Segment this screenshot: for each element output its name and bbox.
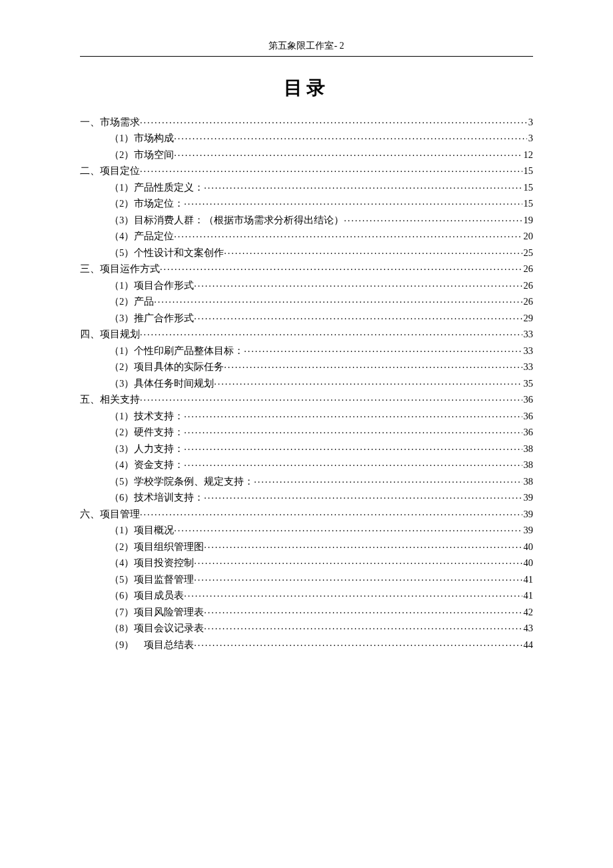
toc-entry-page: 3: [527, 117, 533, 127]
toc-entry-page: 42: [522, 607, 534, 617]
toc-entry-label: （2）市场空间: [109, 150, 174, 160]
toc-leader: [194, 638, 522, 648]
toc-entry: （3）目标消费人群：（根据市场需求分析得出结论）19: [80, 213, 533, 225]
toc-entry: （3）推广合作形式29: [80, 311, 533, 323]
toc-entry-label: （2）项目组织管理图: [109, 542, 204, 552]
toc-leader: [154, 295, 522, 305]
toc-entry-label: （7）项目风险管理表: [109, 607, 204, 617]
toc-entry: （4）产品定位20: [80, 230, 533, 241]
toc-leader: [204, 605, 522, 615]
toc-entry: 六、项目管理39: [80, 507, 533, 519]
toc-entry-page: 39: [522, 509, 534, 519]
toc-entry: （2）市场空间12: [80, 148, 533, 159]
toc-leader: [174, 148, 522, 158]
toc-entry-label: （9） 项目总结表: [109, 640, 194, 650]
toc-leader: [184, 426, 522, 436]
toc-entry: 二、项目定位15: [80, 165, 533, 176]
document-title: 目录: [80, 75, 533, 101]
toc-entry: （2）项目组织管理图40: [80, 540, 533, 551]
toc-entry-label: （6）项目成员表: [109, 591, 184, 601]
toc-entry-page: 15: [522, 166, 534, 176]
toc-entry-label: （2）硬件支持：: [109, 427, 184, 437]
toc-entry-label: （5）个性设计和文案创作: [109, 248, 224, 258]
toc-leader: [224, 361, 522, 371]
toc-entry-page: 26: [522, 297, 534, 307]
toc-entry-label: （1）项目合作形式: [109, 281, 194, 291]
toc-entry: （2）项目具体的实际任务33: [80, 361, 533, 372]
toc-entry: （2）市场定位：15: [80, 197, 533, 209]
toc-entry-page: 38: [522, 444, 534, 454]
toc-entry-page: 15: [522, 183, 534, 193]
toc-entry-label: （2）产品: [109, 297, 154, 307]
toc-entry-page: 39: [522, 525, 534, 535]
toc-leader: [140, 393, 522, 403]
toc-leader: [194, 557, 522, 567]
toc-entry-label: 二、项目定位: [80, 166, 140, 176]
toc-entry-page: 29: [522, 313, 534, 323]
toc-entry-label: （1）个性印刷产品整体目标：: [109, 346, 244, 356]
toc-entry: （5）个性设计和文案创作25: [80, 246, 533, 257]
toc-leader: [204, 181, 522, 191]
toc-entry-label: （3）目标消费人群：（根据市场需求分析得出结论）: [109, 215, 344, 225]
toc-entry-label: （3）推广合作形式: [109, 313, 194, 323]
toc-entry: （1）项目概况39: [80, 524, 533, 535]
toc-entry: （4）资金支持：38: [80, 459, 533, 470]
toc-entry: （1）个性印刷产品整体目标：33: [80, 344, 533, 355]
toc-entry-label: （1）项目概况: [109, 525, 174, 535]
toc-entry-page: 41: [522, 575, 534, 585]
toc-entry-label: （3）具体任务时间规划: [109, 379, 214, 389]
toc-entry-page: 40: [522, 542, 534, 552]
toc-leader: [244, 344, 522, 354]
toc-entry-page: 38: [522, 477, 534, 487]
toc-entry: （7）项目风险管理表42: [80, 605, 533, 617]
toc-leader: [140, 328, 522, 338]
toc-entry-label: （6）技术培训支持：: [109, 493, 204, 503]
toc-leader: [140, 507, 522, 517]
toc-leader: [344, 213, 522, 223]
toc-leader: [214, 377, 522, 387]
toc-entry-page: 36: [522, 427, 534, 437]
toc-entry-label: （1）市场构成: [109, 133, 174, 143]
toc-entry: （5）学校学院条例、规定支持：38: [80, 475, 533, 486]
toc-entry-label: （2）项目具体的实际任务: [109, 362, 224, 372]
toc-leader: [140, 165, 522, 175]
toc-leader: [174, 524, 522, 534]
toc-leader: [194, 311, 522, 321]
toc-entry-label: （2）市场定位：: [109, 199, 184, 209]
toc-entry: （2）硬件支持：36: [80, 426, 533, 437]
toc-entry-label: 一、市场需求: [80, 117, 140, 127]
toc-leader: [184, 589, 522, 599]
toc-entry-page: 33: [522, 362, 534, 372]
toc-entry: （3）具体任务时间规划35: [80, 377, 533, 388]
toc-entry: （8）项目会议记录表43: [80, 622, 533, 633]
toc-entry-page: 15: [522, 199, 534, 209]
toc-entry-page: 26: [522, 264, 534, 274]
toc-entry-label: 三、项目运作方式: [80, 264, 160, 274]
toc-leader: [160, 263, 522, 273]
toc-entry: （2）产品26: [80, 295, 533, 307]
toc-entry-page: 35: [522, 379, 534, 389]
toc-entry-label: （1）技术支持：: [109, 411, 184, 421]
toc-leader: [224, 246, 522, 256]
toc-entry-page: 3: [527, 133, 533, 143]
page-header: 第五象限工作室- 2: [80, 40, 533, 57]
toc-entry-page: 41: [522, 591, 534, 601]
toc-leader: [204, 540, 522, 550]
table-of-contents: 一、市场需求3（1）市场构成3（2）市场空间12二、项目定位15（1）产品性质定…: [80, 115, 533, 649]
toc-entry: （1）产品性质定义：15: [80, 181, 533, 192]
toc-entry: （6）项目成员表41: [80, 589, 533, 601]
toc-entry: 四、项目规划33: [80, 328, 533, 339]
toc-entry-label: （4）资金支持：: [109, 460, 184, 470]
toc-entry-page: 26: [522, 281, 534, 291]
toc-entry: 三、项目运作方式26: [80, 263, 533, 274]
toc-leader: [204, 622, 522, 632]
toc-entry-page: 40: [522, 558, 534, 568]
toc-entry: （6）技术培训支持：39: [80, 491, 533, 503]
toc-leader: [204, 491, 522, 501]
toc-entry-label: 四、项目规划: [80, 329, 140, 339]
toc-leader: [184, 459, 522, 469]
toc-entry-label: （8）项目会议记录表: [109, 623, 204, 633]
toc-leader: [254, 475, 522, 485]
toc-entry-label: （4）项目投资控制: [109, 558, 194, 568]
toc-entry: （1）项目合作形式26: [80, 279, 533, 290]
